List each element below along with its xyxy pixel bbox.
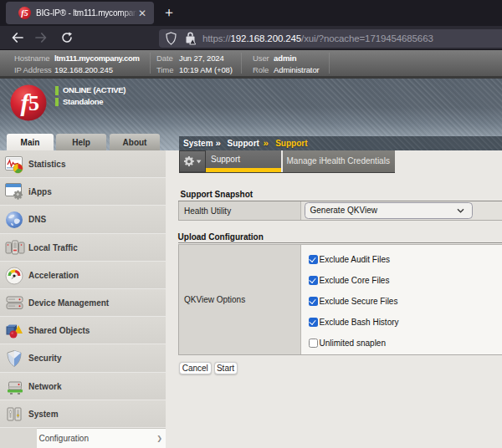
svg-text:5: 5: [28, 91, 39, 115]
